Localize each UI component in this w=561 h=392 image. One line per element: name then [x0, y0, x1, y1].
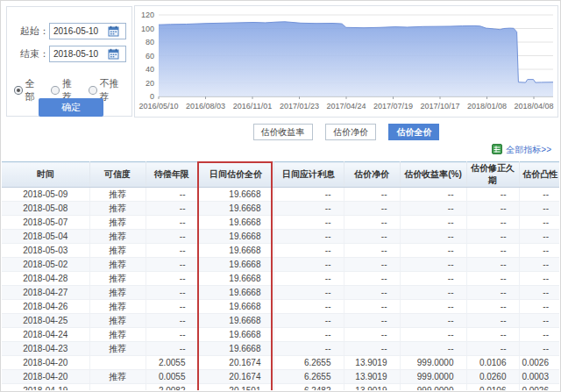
table-row: 2018-04-23推荐--19.6668----------	[2, 342, 559, 356]
y-tick-label: 100	[141, 25, 154, 33]
table-row: 2018-04-24推荐--19.6668----------	[2, 328, 559, 342]
tab-net-price[interactable]: 估价净价	[325, 124, 376, 140]
table-cell: --	[146, 300, 198, 314]
table-cell: --	[344, 230, 400, 244]
table-cell: 19.6668	[198, 202, 273, 216]
end-date-box	[49, 46, 126, 62]
table-cell: --	[344, 300, 400, 314]
column-header: 可信度	[89, 162, 146, 188]
table-cell: --	[466, 230, 519, 244]
calendar-icon[interactable]	[108, 48, 119, 60]
table-row: 2018-05-07推荐--19.6668----------	[2, 216, 559, 230]
spreadsheet-icon	[492, 144, 502, 156]
table-cell: 2018-05-09	[2, 188, 89, 202]
end-date-row: 结束：	[16, 46, 126, 62]
table-cell: 6.2655	[273, 370, 344, 384]
table-cell: --	[273, 328, 344, 342]
radio-icon	[89, 86, 97, 95]
table-row: 2018-04-20推荐0.005520.16746.265513.901999…	[2, 370, 559, 384]
table-cell: --	[466, 258, 519, 272]
table-cell: --	[146, 328, 198, 342]
price-chart-panel: 0204060801001202016/05/102016/08/032016/…	[134, 5, 558, 118]
table-cell: --	[400, 286, 466, 300]
end-date-label: 结束：	[16, 47, 49, 61]
x-tick-label: 2017/04/24	[326, 102, 366, 110]
radio-icon	[51, 86, 60, 95]
table-cell: --	[519, 286, 559, 300]
table-cell: --	[146, 286, 198, 300]
table-cell: --	[344, 202, 400, 216]
table-cell: --	[273, 300, 344, 314]
y-tick-label: 40	[146, 65, 154, 74]
x-tick-label: 2016/08/03	[186, 102, 225, 110]
x-tick-label: 2018/01/08	[467, 102, 507, 110]
table-cell: --	[146, 342, 198, 356]
table-cell: --	[466, 244, 519, 258]
table-cell: 0.0026	[519, 384, 559, 391]
table-cell: 999.0000	[400, 356, 466, 370]
x-tick-label: 2017/01/23	[280, 102, 319, 110]
table-cell: --	[344, 342, 400, 356]
table-cell: 6.2655	[273, 356, 344, 370]
table-row: 2018-04-28推荐--19.6668----------	[2, 272, 559, 286]
calendar-icon[interactable]	[108, 25, 119, 37]
table-cell: 0.0106	[466, 356, 519, 370]
table-cell: 推荐	[89, 342, 146, 356]
table-cell: --	[146, 202, 198, 216]
table-cell: 推荐	[89, 286, 146, 300]
table-cell: 2018-04-19	[2, 384, 89, 391]
all-indicators-link[interactable]: 全部指标>>	[492, 144, 551, 156]
table-row: 2018-04-202.005520.16746.265513.9019999.…	[2, 356, 559, 370]
table-row: 2018-04-25推荐--19.6668----------	[2, 314, 559, 328]
table-cell: 19.6668	[198, 314, 273, 328]
table-cell: --	[466, 272, 519, 286]
table-cell: 13.9019	[344, 356, 400, 370]
column-header: 时间	[2, 162, 89, 188]
table-row: 2018-05-02推荐--19.6668----------	[2, 258, 559, 272]
tab-yield[interactable]: 估价收益率	[253, 124, 313, 140]
table-cell: 6.2482	[273, 384, 344, 391]
table-cell: 2018-04-20	[2, 356, 89, 370]
chart-mode-tabs: 估价收益率 估价净价 估价全价	[134, 123, 558, 140]
x-tick-label: 2018/04/08	[514, 102, 553, 110]
start-date-input[interactable]	[50, 26, 108, 36]
area-chart: 0204060801001202016/05/102016/08/032016/…	[135, 6, 557, 117]
app-window: 起始： 结束： 全部 推荐	[0, 0, 561, 392]
table-cell: --	[273, 202, 344, 216]
end-date-input[interactable]	[50, 49, 108, 59]
table-cell: --	[519, 328, 559, 342]
column-header: 估价收益率(%)	[400, 162, 466, 188]
table-cell: 2018-04-28	[2, 272, 89, 286]
table-cell: --	[519, 342, 559, 356]
table-cell: 19.6668	[198, 328, 273, 342]
table-row: 2018-04-192.008220.15016.248213.9019999.…	[2, 384, 559, 391]
table-cell: --	[519, 188, 559, 202]
table-cell: 19.6668	[198, 188, 273, 202]
table-cell: 2.0055	[146, 356, 198, 370]
table-cell: 2018-05-03	[2, 244, 89, 258]
table-cell: --	[344, 216, 400, 230]
table-cell: --	[273, 258, 344, 272]
table-cell: 13.9019	[344, 384, 400, 391]
table-cell: 2018-04-26	[2, 300, 89, 314]
radio-icon	[14, 86, 23, 95]
table-cell: --	[466, 216, 519, 230]
table-cell: 19.6668	[198, 230, 273, 244]
table-cell: 推荐	[89, 230, 146, 244]
table-cell: --	[400, 216, 466, 230]
table-cell: --	[519, 216, 559, 230]
confirm-button[interactable]: 确定	[39, 98, 103, 117]
table-cell: 999.0000	[400, 370, 466, 384]
table-cell: --	[146, 272, 198, 286]
table-cell: 2018-04-25	[2, 314, 89, 328]
table-row: 2018-05-04推荐--19.6668----------	[2, 230, 559, 244]
tab-full-price[interactable]: 估价全价	[388, 124, 439, 140]
table-cell: 推荐	[89, 188, 146, 202]
table-cell: 推荐	[89, 216, 146, 230]
table-cell: --	[273, 188, 344, 202]
table-cell: --	[519, 314, 559, 328]
y-tick-label: 120	[141, 11, 154, 19]
table-cell: 999.0000	[400, 384, 466, 391]
table-cell: 推荐	[89, 300, 146, 314]
table-cell: --	[519, 300, 559, 314]
